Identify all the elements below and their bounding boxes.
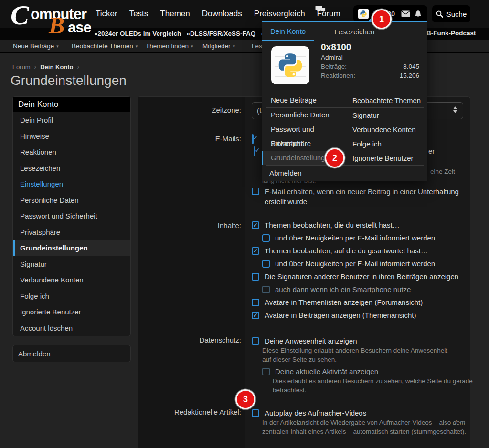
checkbox[interactable] [252,299,259,306]
content-option-signatures: Die Signaturen anderer Benutzer in ihren… [252,270,471,283]
sidebar-item-einstellungen[interactable]: Einstellungen [13,176,130,192]
menu-neue-beitraege[interactable]: Neue Beiträge [262,93,345,107]
covered-helper-fragment: eine Zeit [430,167,455,176]
checkbox[interactable] [252,409,259,417]
annotation-badge-3: 3 [235,389,255,409]
sidebar-item-dein-profil[interactable]: Dein Profil [13,112,130,128]
subnav-label: Neue Beiträge [13,42,54,50]
nav-tests[interactable]: Tests [129,9,149,19]
breadcrumb-dein-konto[interactable]: Dein Konto [40,63,73,71]
editorial-autoplay-helper: In der Artikelansicht die Wiedergabe von… [262,418,479,436]
menu-beobachtete-themen[interactable]: Beobachtete Themen [345,96,421,104]
breadcrumb-separator-icon: › [77,63,80,71]
sidebar-item-persoenliche-daten[interactable]: Persönliche Daten [13,192,130,208]
covered-text-fragment: er [428,147,435,155]
privacy-label: Datenschutz: [138,336,241,344]
stat-label: Beiträge: [321,63,347,70]
annotation-badge-1: 1 [372,9,392,29]
checkbox[interactable] [252,247,259,255]
bell-icon[interactable] [415,10,422,18]
checkbox[interactable] [262,368,270,375]
privacy-option-presence: Deine Anwesenheit anzeigen [252,336,357,346]
computerbase-logo[interactable]: C omputer B ase [10,2,91,36]
screen: C omputer B ase Ticker Tests Themen Down… [0,0,489,448]
checkbox[interactable] [252,273,259,281]
checkbox[interactable] [262,286,270,293]
tab-dein-konto[interactable]: Dein Konto [262,22,314,41]
dropdown-username[interactable]: 0x8100 [321,42,419,52]
news-ticker: »2024er OLEDs im Vergleich »DLSS/FSR/XeS… [94,28,279,40]
ticker-item-label: 2024er OLEDs im Vergleich [98,30,181,37]
nav-downloads[interactable]: Downloads [202,9,242,19]
checkbox-label: Themen beobachten, die du erstellt hast… [265,220,400,230]
sidebar-item-verbundene-konten[interactable]: Verbundene Konten [13,272,130,288]
ticker-item-fragment[interactable]: B-Funk-Podcast [426,30,476,37]
subnav-beobachtete-themen[interactable]: Beobachtete Themen▾ [72,40,138,52]
stat-reaktionen: Reaktionen: 15.206 [321,72,419,79]
mail-icon[interactable] [401,10,410,17]
dropdown-tabs: Dein Konto Lesezeichen [262,22,427,41]
checkbox[interactable] [262,234,270,242]
checkbox[interactable] [252,188,259,195]
sidebar-item-account-loeschen[interactable]: Account löschen [13,320,130,336]
subnav-neue-beitraege[interactable]: Neue Beiträge▾ [13,40,59,52]
logo-word-ase: ase [68,19,91,36]
content-option-avatars-thread-view: Avatare in Beiträgen anzeigen (Themenans… [252,309,471,322]
email-checkbox-1[interactable] [252,134,254,144]
sidebar-item-reaktionen[interactable]: Reaktionen [13,144,130,160]
chevron-down-icon: ▾ [136,44,138,49]
checkbox[interactable] [252,221,259,229]
email-conversation-option: E-Mail erhalten, wenn ein neuer Beitrag … [252,187,476,207]
ticker-item[interactable]: »2024er OLEDs im Vergleich [94,30,181,37]
menu-passwort-und-sicherheit[interactable]: Passwort und Sicherheit [262,122,345,136]
menu-persoenliche-daten[interactable]: Persönliche Daten [262,108,345,122]
ticker-item[interactable]: »DLSS/FSR/XeSS-FAQ [186,30,255,37]
menu-ignorierte-benutzer[interactable]: Ignorierte Benutzer [345,154,414,162]
breadcrumb-forum[interactable]: Forum [12,63,31,71]
checkbox-label: Avatare in Beiträgen anzeigen (Themenans… [265,310,416,320]
subnav-themen-finden[interactable]: Themen finden▾ [146,40,193,52]
forum-chat-bubbles-icon[interactable] [315,5,326,14]
checkbox-label: Themen beobachten, auf die du geantworte… [265,246,428,256]
nav-preisvergleich[interactable]: Preisvergleich [254,9,305,19]
checkbox-label: Deine aktuelle Aktivität anzeigen [275,366,378,376]
breadcrumb: Forum › Dein Konto › [12,63,79,71]
email-checkbox-2[interactable] [254,146,255,156]
checkbox-label: und über Neuigkeiten per E-Mail informie… [275,233,435,243]
dropdown-menu-row: Persönliche Daten Signatur [262,108,427,122]
menu-abmelden[interactable]: Abmelden [262,166,427,180]
sidebar-item-ignorierte-benutzer[interactable]: Ignorierte Benutzer [13,304,130,320]
menu-folge-ich[interactable]: Folge ich [345,140,382,148]
checkbox-label: auch dann wenn ich ein Smartphone nutze [275,284,411,294]
sidebar-item-signatur[interactable]: Signatur [13,256,130,272]
sidebar-item-grundeinstellungen[interactable]: Grundeinstellungen [13,240,130,256]
sidebar-logout-button[interactable]: Abmelden [12,345,131,362]
subnav-mitglieder[interactable]: Mitglieder▾ [202,40,235,52]
nav-themen[interactable]: Themen [160,9,190,19]
checkbox[interactable] [252,337,259,345]
checkbox-label: Deine Anwesenheit anzeigen [265,336,357,346]
dropdown-user-card: 0x8100 Admiral Beiträge: 8.045 Reaktione… [262,41,427,92]
dropdown-user-rank: Admiral [321,54,419,61]
helper-text: In der Artikelansicht die Wiedergabe von… [262,419,453,426]
emails-label: E-Mails: [138,135,241,143]
search-button[interactable]: Suche [432,5,470,22]
user-avatar-python-image[interactable] [271,46,309,84]
menu-verbundene-konten[interactable]: Verbundene Konten [345,125,416,134]
sidebar-item-passwort-und-sicherheit[interactable]: Passwort und Sicherheit [13,208,130,224]
content-option-signatures-smartphone: auch dann wenn ich ein Smartphone nutze [252,283,471,296]
nav-ticker[interactable]: Ticker [96,9,117,19]
helper-text: zentralen Inhalt eines Artikels – automa… [262,428,466,435]
content-option-email-notify-created: und über Neuigkeiten per E-Mail informie… [252,231,471,244]
checkbox[interactable] [262,260,270,268]
stat-label: Reaktionen: [321,72,355,79]
sidebar-item-folge-ich[interactable]: Folge ich [13,288,130,304]
search-icon [436,10,443,18]
sidebar-item-privatsphaere[interactable]: Privatsphäre [13,224,130,240]
sidebar-item-lesezeichen[interactable]: Lesezeichen [13,160,130,177]
ticker-bullet: » [94,30,98,37]
checkbox[interactable] [252,312,259,319]
content-option-email-notify-replied: und über Neuigkeiten per E-Mail informie… [252,257,471,270]
sidebar-item-hinweise[interactable]: Hinweise [13,128,130,145]
menu-signatur[interactable]: Signatur [345,111,379,119]
